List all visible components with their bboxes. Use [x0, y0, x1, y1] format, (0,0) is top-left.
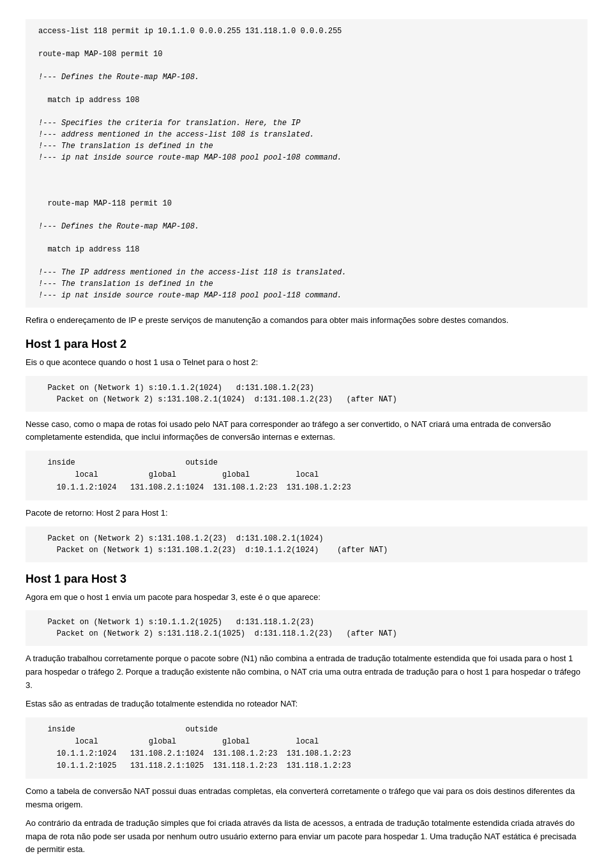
host1-host2-heading: Host 1 para Host 2	[26, 338, 587, 351]
host1-host3-heading: Host 1 para Host 3	[26, 572, 587, 586]
host1-host3-paragraph4: Como a tabela de conversão NAT possui du…	[26, 785, 587, 812]
host1-host3-paragraph5: Ao contrário da entrada de tradução simp…	[26, 817, 587, 857]
table-content: inside outside local global global local…	[38, 458, 351, 491]
code-line: Packet on (Network 1) s:10.1.1.2(1024) d…	[38, 384, 397, 404]
host1-host2-paragraph1: Eis o que acontece quando o host 1 usa o…	[26, 356, 587, 370]
host1-host3-paragraph1: Agora em que o host 1 envia um pacote pa…	[26, 591, 587, 604]
code-line: Packet on (Network 2) s:131.108.1.2(23) …	[38, 534, 388, 555]
refira-paragraph: Refira o endereçamento de IP e preste se…	[26, 314, 587, 327]
code-line: access-list 118 permit ip 10.1.1.0 0.0.0…	[38, 27, 346, 300]
host1-host3-table: inside outside local global global local…	[26, 717, 587, 779]
code-line: Packet on (Network 1) s:10.1.1.2(1025) d…	[38, 618, 397, 638]
code-block-1: access-list 118 permit ip 10.1.1.0 0.0.0…	[26, 19, 587, 308]
host1-host2-code2: Packet on (Network 2) s:131.108.1.2(23) …	[26, 527, 587, 562]
table-content: inside outside local global global local…	[38, 725, 351, 771]
host1-host3-paragraph2: A tradução trabalhou corretamente porque…	[26, 652, 587, 692]
main-content: access-list 118 permit ip 10.1.1.0 0.0.0…	[26, 19, 587, 857]
host1-host3-paragraph3: Estas são as entradas de tradução totalm…	[26, 698, 587, 711]
host1-host2-table: inside outside local global global local…	[26, 451, 587, 500]
pacote-retorno-label: Pacote de retorno: Host 2 para Host 1:	[26, 507, 587, 520]
host1-host3-code1: Packet on (Network 1) s:10.1.1.2(1025) d…	[26, 610, 587, 646]
host1-host2-paragraph2: Nesse caso, como o mapa de rotas foi usa…	[26, 418, 587, 445]
host1-host2-code1: Packet on (Network 1) s:10.1.1.2(1024) d…	[26, 376, 587, 412]
